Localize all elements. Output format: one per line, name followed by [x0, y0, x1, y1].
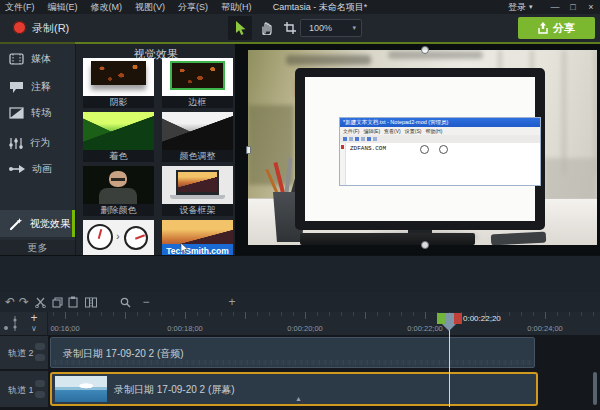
minimize-button[interactable]: — [546, 0, 564, 14]
redo-button[interactable]: ↷ [17, 292, 31, 312]
menu-help[interactable]: 帮助(H) [221, 0, 252, 14]
center-handle[interactable] [420, 145, 429, 154]
playhead-time-label: 0:00:22;20 [463, 314, 501, 323]
mouse-cursor-icon [180, 243, 189, 254]
clip-label: 录制日期 17-09-20 2 (屏幕) [114, 383, 235, 397]
login-button[interactable]: 登录 ▾ [508, 0, 533, 14]
cut-button[interactable] [35, 297, 46, 308]
share-label: 分享 [553, 21, 575, 36]
notepad-gutter [340, 143, 346, 185]
paste-button[interactable] [68, 296, 78, 308]
hide-track-icon[interactable] [35, 391, 45, 398]
zoom-level-dropdown[interactable]: 100% ▾ [300, 19, 362, 37]
zoom-out-button[interactable]: − [140, 292, 152, 312]
notepad-menu-bar: 文件(F) 编辑(E) 查看(V) 设置(S) 帮助(H) [340, 127, 540, 135]
laptop-screen [176, 170, 219, 195]
ruler-header: + ∨ [0, 312, 48, 335]
playhead-marker-icon[interactable] [442, 324, 456, 331]
effect-thumb-shadow[interactable] [83, 58, 154, 96]
sidebar-item-media[interactable]: 媒体 [0, 46, 75, 72]
lock-track-icon[interactable] [35, 343, 45, 350]
vertical-scrollbar[interactable] [593, 372, 597, 405]
effect-label: 颜色调整 [162, 150, 233, 162]
clock-icon [87, 224, 113, 250]
sidebar-item-annotations[interactable]: 注释 [0, 74, 75, 100]
lock-track-icon[interactable] [35, 380, 45, 387]
clip-marker-icon[interactable]: ▲ [295, 395, 302, 402]
effect-thumb-color-adjust[interactable] [162, 112, 233, 150]
hide-track-icon[interactable] [35, 354, 45, 361]
sidebar-item-behaviors[interactable]: 行为 [0, 130, 75, 156]
menu-view[interactable]: 视图(V) [135, 0, 165, 14]
sidebar-more-button[interactable]: 更多 [0, 240, 75, 255]
sidebar-item-transitions[interactable]: 转场 [0, 100, 75, 126]
screen-clip-selected[interactable]: 录制日期 17-09-20 2 (屏幕) ▲ [50, 372, 538, 406]
timeline-tracks: 轨道 2 录制日期 17-09-20 2 (音频) 轨道 1 录制日期 17-0… [0, 335, 600, 410]
cursor-arrow-icon [234, 21, 247, 36]
share-button[interactable]: 分享 [518, 17, 595, 39]
menu-edit[interactable]: 编辑(E) [48, 0, 78, 14]
audio-clip[interactable]: 录制日期 17-09-20 2 (音频) [50, 337, 535, 368]
zoom-in-button[interactable]: + [226, 292, 238, 312]
crop-tool-button[interactable] [278, 16, 302, 40]
person-glasses [111, 178, 125, 181]
split-button[interactable] [85, 297, 97, 308]
menu-modify[interactable]: 修改(M) [91, 0, 123, 14]
upload-icon [538, 22, 548, 34]
ceiling-light [286, 55, 371, 65]
notepad-title: *新建文本文档.txt - Notepad2-mod (管理员) [343, 119, 448, 125]
timeline-ruler[interactable]: + ∨ 00:16;00 0:00:18;00 0:00:20;00 0:00:… [0, 312, 600, 335]
notepad-menu-item: 编辑(E) [363, 127, 380, 135]
ruler-label: 0:00:18;00 [167, 324, 202, 333]
notepad-menu-item: 文件(F) [343, 127, 359, 135]
track-1-header[interactable]: 轨道 1 [0, 371, 48, 407]
close-button[interactable]: × [582, 0, 600, 14]
copy-button[interactable] [52, 297, 63, 308]
effect-thumb-border[interactable] [162, 58, 233, 96]
notepad-line-marker [341, 145, 344, 149]
resize-handle-left[interactable] [246, 146, 251, 154]
ceiling-light [388, 51, 483, 59]
track-height-slider-icon[interactable] [11, 315, 19, 332]
playhead-out-handle[interactable] [454, 313, 462, 324]
marker-dot-icon[interactable] [4, 326, 8, 330]
media-icon [9, 53, 24, 65]
border-effect-preview [170, 61, 225, 90]
effect-thumb-device-frame[interactable] [162, 166, 233, 204]
keyboard [300, 233, 475, 245]
collapse-tracks-button[interactable]: ∨ [27, 323, 41, 334]
title-bar: 文件(F) 编辑(E) 修改(M) 视图(V) 分享(S) 帮助(H) Camt… [0, 0, 600, 14]
menu-share[interactable]: 分享(S) [178, 0, 208, 14]
clip-thumbnail [55, 376, 107, 402]
maximize-button[interactable]: □ [564, 0, 582, 14]
watermark-banner: TechSmith.com [162, 244, 233, 255]
resize-handle-top[interactable] [421, 46, 429, 54]
playhead-center[interactable] [445, 313, 454, 324]
menu-bar: 文件(F) 编辑(E) 修改(M) 视图(V) 分享(S) 帮助(H) [5, 0, 265, 14]
notepad-menu-item: 设置(S) [405, 127, 422, 135]
select-tool-button[interactable] [228, 16, 252, 40]
effect-label: 边框 [162, 96, 233, 108]
effect-thumb-remove-color[interactable] [83, 166, 154, 204]
undo-button[interactable]: ↶ [3, 292, 17, 312]
effect-thumb-clock-speed[interactable]: › [83, 220, 154, 255]
center-handle[interactable] [439, 145, 448, 154]
ruler-scale[interactable]: 00:16;00 0:00:18;00 0:00:20;00 0:00:22;0… [48, 312, 600, 335]
clock-arrow-glyph: › [116, 230, 120, 242]
animation-arrow-icon [9, 164, 25, 174]
record-button[interactable]: 录制(R) [4, 14, 114, 42]
behavior-icon [9, 137, 23, 150]
effect-label: 设备框架 [162, 204, 233, 216]
track-2-header[interactable]: 轨道 2 [0, 336, 48, 369]
sidebar-item-label: 注释 [31, 80, 51, 94]
sidebar-item-animations[interactable]: 动画 [0, 156, 75, 182]
menu-file[interactable]: 文件(F) [5, 0, 35, 14]
playhead-in-handle[interactable] [437, 313, 445, 324]
effect-thumb-watermark[interactable]: TechSmith.com [162, 220, 233, 255]
login-label: 登录 [508, 0, 526, 14]
pan-tool-button[interactable] [254, 16, 278, 40]
resize-handle-bottom[interactable] [421, 241, 429, 249]
clock-icon [124, 226, 148, 250]
effect-thumb-colorize[interactable] [83, 112, 154, 150]
sidebar-item-visual-effects[interactable]: 视觉效果 [0, 210, 75, 237]
